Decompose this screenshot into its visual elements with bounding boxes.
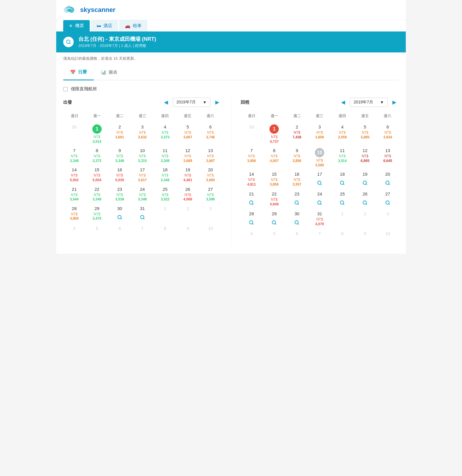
- logo-icon: [63, 5, 78, 15]
- calendar-day[interactable]: 16NT$3,557: [286, 170, 308, 189]
- calendar-day[interactable]: 3NT$3,632: [131, 123, 154, 146]
- calendar-day[interactable]: 29NT$3,475: [86, 204, 108, 223]
- calendar-day[interactable]: 1: [331, 209, 353, 229]
- search-button[interactable]: [63, 37, 74, 47]
- calendar-day[interactable]: 30: [63, 123, 85, 146]
- calendar-day[interactable]: 16NT$5,035: [109, 165, 131, 184]
- calendar-day[interactable]: 26: [354, 190, 376, 209]
- calendar-day[interactable]: 31NT$4,079: [308, 209, 331, 229]
- calendar-day[interactable]: 15NT$5,004: [86, 165, 108, 184]
- calendar-day[interactable]: 8NT$4,007: [263, 146, 285, 169]
- calendar-day[interactable]: 13NT$3,667: [200, 146, 222, 165]
- calendar-day[interactable]: 30: [109, 204, 131, 223]
- calendar-day[interactable]: 6: [109, 224, 131, 241]
- calendar-day[interactable]: 3: [200, 204, 222, 223]
- calendar-day[interactable]: 9NT$3,856: [286, 146, 308, 169]
- calendar-day[interactable]: 22NT$4,949: [263, 190, 285, 209]
- day-price: NT$3,660: [206, 173, 215, 182]
- calendar-day[interactable]: 4: [241, 229, 263, 247]
- calendar-day[interactable]: 7: [308, 229, 331, 247]
- departure-prev-btn[interactable]: ◀: [162, 98, 170, 107]
- calendar-day[interactable]: 9NT$3,348: [109, 146, 131, 165]
- calendar-day[interactable]: 3NT$3,856: [308, 123, 331, 146]
- calendar-day[interactable]: 28NT$3,805: [63, 204, 85, 223]
- tab-chart[interactable]: 📊 圖表: [94, 65, 124, 80]
- calendar-day[interactable]: 8: [154, 224, 176, 241]
- calendar-day[interactable]: 12NT$6,865: [354, 146, 376, 169]
- calendar-day[interactable]: 17: [308, 170, 331, 189]
- calendar-day[interactable]: 2NT$7,438: [286, 123, 308, 146]
- calendar-day[interactable]: 19: [354, 170, 376, 189]
- direct-only-checkbox[interactable]: [63, 87, 68, 91]
- calendar-day[interactable]: 11NT$3,514: [331, 146, 353, 169]
- departure-month-select[interactable]: 2019年7月 ▼: [173, 98, 211, 107]
- calendar-day[interactable]: 30: [241, 123, 263, 146]
- calendar-day[interactable]: 9: [177, 224, 199, 241]
- calendar-day[interactable]: 10: [200, 224, 222, 241]
- calendar-day[interactable]: 5: [263, 229, 285, 247]
- calendar-day[interactable]: 31: [131, 204, 154, 223]
- calendar-day[interactable]: 25: [331, 190, 353, 209]
- calendar-day[interactable]: 10: [377, 229, 399, 247]
- calendar-day[interactable]: 6NT$3,746: [200, 123, 222, 146]
- calendar-day[interactable]: 21NT$3,544: [63, 185, 85, 204]
- calendar-day[interactable]: 15NT$3,856: [263, 170, 285, 189]
- tab-flights[interactable]: ✈ 機票: [63, 20, 90, 31]
- calendar-day[interactable]: 23: [286, 190, 308, 209]
- calendar-day[interactable]: 1: [154, 204, 176, 223]
- calendar-day[interactable]: 7: [131, 224, 154, 241]
- calendar-day[interactable]: 26NT$4,068: [177, 185, 199, 204]
- return-next-btn[interactable]: ▶: [390, 98, 399, 107]
- calendar-day[interactable]: 3: [377, 209, 399, 229]
- calendar-day[interactable]: 14NT$5,002: [63, 165, 85, 184]
- calendar-day[interactable]: 22NT$3,348: [86, 185, 108, 204]
- return-prev-btn[interactable]: ◀: [339, 98, 348, 107]
- calendar-day[interactable]: 30: [286, 209, 308, 229]
- calendar-day[interactable]: 19NT$4,461: [177, 165, 199, 184]
- calendar-day[interactable]: 29: [263, 209, 285, 229]
- tab-calendar[interactable]: 📅 日曆: [63, 65, 94, 80]
- calendar-day[interactable]: 27: [377, 190, 399, 209]
- calendar-day[interactable]: 1NT$4,737: [263, 123, 285, 146]
- calendar-day[interactable]: 8: [331, 229, 353, 247]
- calendar-day[interactable]: 18: [331, 170, 353, 189]
- calendar-day[interactable]: 21: [241, 190, 263, 209]
- calendar-day[interactable]: 11NT$3,348: [154, 146, 176, 165]
- calendar-day[interactable]: 24: [308, 190, 331, 209]
- calendar-day[interactable]: 2: [177, 204, 199, 223]
- return-month-select[interactable]: 2019年7月 ▼: [350, 98, 388, 107]
- calendar-day[interactable]: 7NT$3,856: [241, 146, 263, 169]
- departure-next-btn[interactable]: ▶: [213, 98, 222, 107]
- tab-hotels[interactable]: 🛏 酒店: [91, 20, 118, 31]
- calendar-day[interactable]: 2NT$3,681: [109, 123, 131, 146]
- calendar-day[interactable]: 28: [241, 209, 263, 229]
- weekday-fri-ret: 週五: [354, 112, 376, 120]
- calendar-day[interactable]: 10NT$3,315: [131, 146, 154, 165]
- calendar-day[interactable]: 8NT$3,373: [86, 146, 108, 165]
- calendar-day[interactable]: 4: [63, 224, 85, 241]
- calendar-day[interactable]: 14NT$4,611: [241, 170, 263, 189]
- calendar-day[interactable]: 5: [86, 224, 108, 241]
- calendar-day[interactable]: 23NT$3,538: [109, 185, 131, 204]
- calendar-day[interactable]: 17NT$3,817: [131, 165, 154, 184]
- calendar-day[interactable]: 20: [377, 170, 399, 189]
- calendar-day[interactable]: 2: [354, 209, 376, 229]
- calendar-day[interactable]: 20NT$3,660: [200, 165, 222, 184]
- calendar-day[interactable]: 25NT$3,522: [154, 185, 176, 204]
- calendar-day[interactable]: 12NT$3,689: [177, 146, 199, 165]
- calendar-day[interactable]: 18NT$3,348: [154, 165, 176, 184]
- calendar-day[interactable]: 4NT$3,373: [154, 123, 176, 146]
- calendar-day[interactable]: 4NT$3,559: [331, 123, 353, 146]
- calendar-day[interactable]: 24NT$3,348: [131, 185, 154, 204]
- calendar-day[interactable]: 1NT$3,514: [86, 123, 108, 146]
- tab-cars[interactable]: 🚗 租車: [119, 20, 147, 31]
- calendar-day[interactable]: 9: [354, 229, 376, 247]
- calendar-day[interactable]: 10NT$3,585: [308, 146, 331, 169]
- calendar-day[interactable]: 6NT$3,834: [377, 123, 399, 146]
- calendar-day[interactable]: 6: [286, 229, 308, 247]
- calendar-day[interactable]: 5NT$3,667: [177, 123, 199, 146]
- calendar-day[interactable]: 13NT$6,645: [377, 146, 399, 169]
- calendar-day[interactable]: 7NT$3,348: [63, 146, 85, 165]
- calendar-day[interactable]: 5NT$3,885: [354, 123, 376, 146]
- calendar-day[interactable]: 27NT$3,596: [200, 185, 222, 204]
